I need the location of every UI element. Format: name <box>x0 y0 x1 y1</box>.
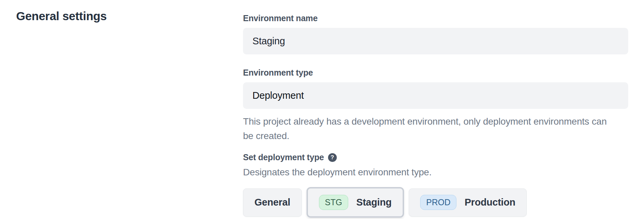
environment-type-help-text: This project already has a development e… <box>243 114 613 143</box>
prod-badge: PROD <box>420 195 456 210</box>
question-mark-icon[interactable]: ? <box>328 153 337 162</box>
stg-badge: STG <box>319 195 348 210</box>
settings-form: Environment name Environment type This p… <box>243 13 628 218</box>
deployment-type-label: Set deployment type <box>243 152 324 162</box>
environment-type-input[interactable] <box>243 82 628 109</box>
deployment-type-options: General STG Staging PROD Production <box>243 187 628 218</box>
general-settings-page: General settings Environment name Enviro… <box>0 0 644 219</box>
staging-option-button[interactable]: STG Staging <box>307 187 404 218</box>
production-option-label: Production <box>465 197 515 208</box>
environment-name-input[interactable] <box>243 28 628 54</box>
environment-type-label: Environment type <box>243 68 628 78</box>
page-title: General settings <box>16 9 107 23</box>
deployment-type-description: Designates the deployment environment ty… <box>243 167 628 178</box>
general-option-button[interactable]: General <box>243 188 302 217</box>
environment-name-label: Environment name <box>243 13 628 23</box>
staging-option-label: Staging <box>356 197 392 208</box>
production-option-button[interactable]: PROD Production <box>409 188 527 217</box>
deployment-type-label-row: Set deployment type ? <box>243 152 628 162</box>
general-option-label: General <box>254 197 290 208</box>
